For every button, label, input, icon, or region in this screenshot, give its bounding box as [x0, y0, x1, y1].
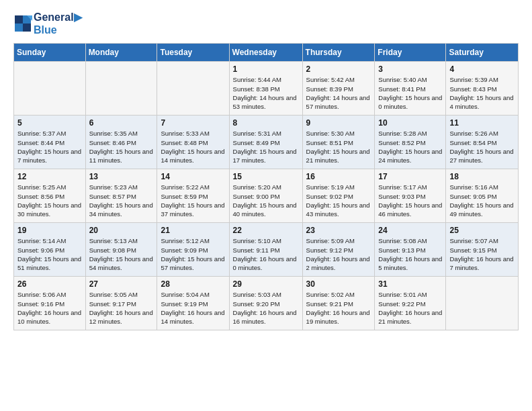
day-info: Sunrise: 5:16 AM Sunset: 9:05 PM Dayligh…	[449, 183, 515, 218]
day-number: 18	[449, 172, 515, 181]
day-info: Sunrise: 5:44 AM Sunset: 8:38 PM Dayligh…	[233, 75, 299, 111]
day-cell: 30Sunrise: 5:02 AM Sunset: 9:21 PM Dayli…	[302, 277, 375, 330]
day-info: Sunrise: 5:03 AM Sunset: 9:20 PM Dayligh…	[233, 290, 299, 326]
day-cell	[14, 62, 86, 116]
day-number: 31	[378, 279, 442, 289]
day-cell: 7Sunrise: 5:33 AM Sunset: 8:48 PM Daylig…	[157, 116, 229, 169]
day-info: Sunrise: 5:17 AM Sunset: 9:03 PM Dayligh…	[378, 183, 442, 218]
day-number: 26	[17, 279, 82, 289]
day-info: Sunrise: 5:39 AM Sunset: 8:43 PM Dayligh…	[449, 75, 515, 111]
day-cell: 14Sunrise: 5:22 AM Sunset: 8:59 PM Dayli…	[157, 169, 229, 223]
day-cell: 25Sunrise: 5:07 AM Sunset: 9:15 PM Dayli…	[446, 223, 519, 277]
day-info: Sunrise: 5:28 AM Sunset: 8:52 PM Dayligh…	[378, 129, 442, 165]
day-info: Sunrise: 5:02 AM Sunset: 9:21 PM Dayligh…	[306, 290, 371, 326]
day-cell: 8Sunrise: 5:31 AM Sunset: 8:49 PM Daylig…	[229, 116, 302, 169]
day-cell: 24Sunrise: 5:08 AM Sunset: 9:13 PM Dayli…	[375, 223, 446, 277]
col-header-monday: Monday	[85, 44, 157, 62]
day-number: 5	[17, 118, 82, 128]
col-header-thursday: Thursday	[302, 44, 375, 62]
day-cell: 16Sunrise: 5:19 AM Sunset: 9:02 PM Dayli…	[302, 169, 375, 223]
day-cell: 10Sunrise: 5:28 AM Sunset: 8:52 PM Dayli…	[375, 116, 446, 169]
day-number: 16	[306, 172, 371, 181]
week-row-4: 19Sunrise: 5:14 AM Sunset: 9:06 PM Dayli…	[14, 223, 519, 277]
day-info: Sunrise: 5:33 AM Sunset: 8:48 PM Dayligh…	[161, 129, 225, 165]
logo-text: General▶ Blue	[34, 11, 82, 36]
day-number: 21	[161, 226, 225, 235]
day-number: 29	[233, 279, 299, 289]
day-number: 22	[233, 226, 299, 235]
day-number: 19	[17, 226, 82, 235]
day-number: 28	[161, 279, 225, 289]
day-number: 15	[233, 172, 299, 181]
day-cell: 6Sunrise: 5:35 AM Sunset: 8:46 PM Daylig…	[85, 116, 157, 169]
day-number: 8	[233, 118, 299, 128]
day-cell	[157, 62, 229, 116]
day-number: 17	[378, 172, 442, 181]
day-info: Sunrise: 5:40 AM Sunset: 8:41 PM Dayligh…	[378, 75, 442, 111]
col-header-sunday: Sunday	[14, 44, 86, 62]
day-info: Sunrise: 5:13 AM Sunset: 9:08 PM Dayligh…	[89, 236, 154, 272]
day-cell: 12Sunrise: 5:25 AM Sunset: 8:56 PM Dayli…	[14, 169, 86, 223]
day-cell: 29Sunrise: 5:03 AM Sunset: 9:20 PM Dayli…	[229, 277, 302, 330]
day-info: Sunrise: 5:37 AM Sunset: 8:44 PM Dayligh…	[17, 129, 82, 165]
week-row-1: 1Sunrise: 5:44 AM Sunset: 8:38 PM Daylig…	[14, 62, 519, 116]
day-cell: 3Sunrise: 5:40 AM Sunset: 8:41 PM Daylig…	[375, 62, 446, 116]
day-cell: 23Sunrise: 5:09 AM Sunset: 9:12 PM Dayli…	[302, 223, 375, 277]
day-number: 4	[449, 64, 515, 74]
day-info: Sunrise: 5:12 AM Sunset: 9:09 PM Dayligh…	[161, 236, 225, 272]
svg-rect-0	[15, 15, 23, 24]
day-cell: 20Sunrise: 5:13 AM Sunset: 9:08 PM Dayli…	[85, 223, 157, 277]
day-cell: 9Sunrise: 5:30 AM Sunset: 8:51 PM Daylig…	[302, 116, 375, 169]
logo: General▶ Blue	[13, 11, 82, 36]
calendar-container: General▶ Blue SundayMondayTuesdayWednesd…	[0, 0, 532, 341]
day-number: 9	[306, 118, 371, 128]
day-info: Sunrise: 5:14 AM Sunset: 9:06 PM Dayligh…	[17, 236, 82, 272]
week-row-2: 5Sunrise: 5:37 AM Sunset: 8:44 PM Daylig…	[14, 116, 519, 169]
day-number: 2	[306, 64, 371, 74]
calendar-table: SundayMondayTuesdayWednesdayThursdayFrid…	[13, 43, 519, 330]
day-number: 24	[378, 226, 442, 235]
day-number: 25	[449, 226, 515, 235]
col-header-wednesday: Wednesday	[229, 44, 302, 62]
day-number: 1	[233, 64, 299, 74]
col-header-friday: Friday	[375, 44, 446, 62]
svg-rect-3	[23, 24, 31, 32]
day-number: 27	[89, 279, 154, 289]
day-cell: 13Sunrise: 5:23 AM Sunset: 8:57 PM Dayli…	[85, 169, 157, 223]
day-info: Sunrise: 5:26 AM Sunset: 8:54 PM Dayligh…	[449, 129, 515, 165]
day-info: Sunrise: 5:07 AM Sunset: 9:15 PM Dayligh…	[449, 236, 515, 272]
day-number: 14	[161, 172, 225, 181]
day-info: Sunrise: 5:08 AM Sunset: 9:13 PM Dayligh…	[378, 236, 442, 272]
header-row: SundayMondayTuesdayWednesdayThursdayFrid…	[14, 44, 519, 62]
day-cell: 2Sunrise: 5:42 AM Sunset: 8:39 PM Daylig…	[302, 62, 375, 116]
day-cell: 17Sunrise: 5:17 AM Sunset: 9:03 PM Dayli…	[375, 169, 446, 223]
day-number: 13	[89, 172, 154, 181]
day-number: 10	[378, 118, 442, 128]
day-cell: 31Sunrise: 5:01 AM Sunset: 9:22 PM Dayli…	[375, 277, 446, 330]
day-cell: 18Sunrise: 5:16 AM Sunset: 9:05 PM Dayli…	[446, 169, 519, 223]
day-cell: 22Sunrise: 5:10 AM Sunset: 9:11 PM Dayli…	[229, 223, 302, 277]
week-row-3: 12Sunrise: 5:25 AM Sunset: 8:56 PM Dayli…	[14, 169, 519, 223]
day-info: Sunrise: 5:31 AM Sunset: 8:49 PM Dayligh…	[233, 129, 299, 165]
day-cell: 11Sunrise: 5:26 AM Sunset: 8:54 PM Dayli…	[446, 116, 519, 169]
day-info: Sunrise: 5:22 AM Sunset: 8:59 PM Dayligh…	[161, 183, 225, 218]
header: General▶ Blue	[13, 11, 519, 36]
day-info: Sunrise: 5:06 AM Sunset: 9:16 PM Dayligh…	[17, 290, 82, 326]
logo-icon	[13, 14, 32, 33]
day-info: Sunrise: 5:10 AM Sunset: 9:11 PM Dayligh…	[233, 236, 299, 272]
day-info: Sunrise: 5:19 AM Sunset: 9:02 PM Dayligh…	[306, 183, 371, 218]
day-number: 23	[306, 226, 371, 235]
day-info: Sunrise: 5:01 AM Sunset: 9:22 PM Dayligh…	[378, 290, 442, 326]
day-cell: 26Sunrise: 5:06 AM Sunset: 9:16 PM Dayli…	[14, 277, 86, 330]
day-info: Sunrise: 5:35 AM Sunset: 8:46 PM Dayligh…	[89, 129, 154, 165]
day-info: Sunrise: 5:09 AM Sunset: 9:12 PM Dayligh…	[306, 236, 371, 272]
day-cell: 1Sunrise: 5:44 AM Sunset: 8:38 PM Daylig…	[229, 62, 302, 116]
day-number: 11	[449, 118, 515, 128]
svg-rect-2	[15, 24, 23, 32]
day-cell: 15Sunrise: 5:20 AM Sunset: 9:00 PM Dayli…	[229, 169, 302, 223]
day-number: 30	[306, 279, 371, 289]
day-cell: 27Sunrise: 5:05 AM Sunset: 9:17 PM Dayli…	[85, 277, 157, 330]
week-row-5: 26Sunrise: 5:06 AM Sunset: 9:16 PM Dayli…	[14, 277, 519, 330]
day-info: Sunrise: 5:05 AM Sunset: 9:17 PM Dayligh…	[89, 290, 154, 326]
day-info: Sunrise: 5:04 AM Sunset: 9:19 PM Dayligh…	[161, 290, 225, 326]
